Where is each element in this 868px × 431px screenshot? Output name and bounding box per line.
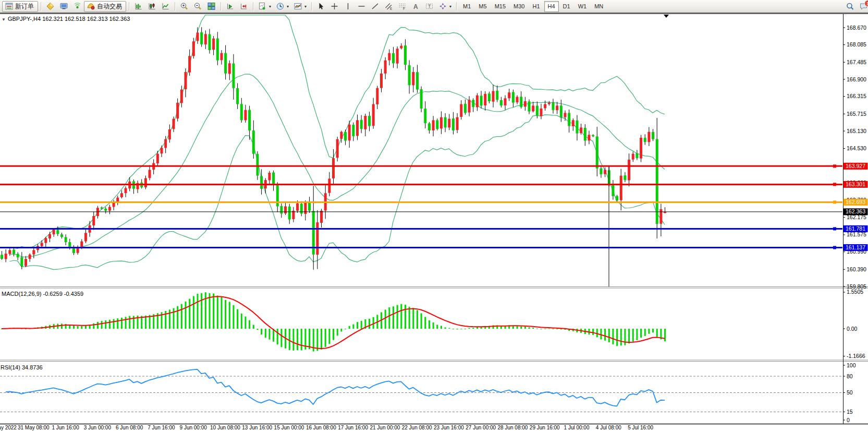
price-axis-tick: 164.530	[847, 145, 866, 151]
candle-body	[276, 185, 279, 206]
time-axis-label: 13 Jun 16:00	[242, 425, 272, 430]
candle-body	[308, 202, 311, 211]
candle-body	[484, 94, 486, 105]
candle-body	[41, 243, 43, 246]
new-order-icon	[5, 2, 14, 10]
candle-body	[560, 105, 563, 117]
rsi-axis-tick: 50	[847, 389, 853, 396]
svg-text:T: T	[428, 4, 431, 9]
arrows-button[interactable]: ▾	[436, 1, 454, 12]
candle-body	[504, 98, 507, 105]
hline-handle[interactable]	[833, 227, 836, 230]
candle-body	[192, 41, 195, 56]
candle-body	[1, 255, 3, 259]
cursor-button[interactable]	[314, 1, 327, 12]
candle-body	[236, 88, 239, 104]
horizontal-line-button[interactable]	[355, 1, 368, 12]
candle-body	[20, 257, 23, 266]
hline-handle[interactable]	[833, 200, 836, 203]
time-axis-label: 3 Jun 00:00	[84, 425, 112, 430]
new-order-button[interactable]: 新订单	[2, 1, 38, 12]
template-button[interactable]: ▾	[291, 1, 309, 12]
timeframe-button-h4[interactable]: H4	[544, 1, 559, 12]
toolbar-group-scroll	[224, 1, 250, 12]
new-order-label: 新订单	[15, 2, 34, 11]
line-chart-button[interactable]	[159, 1, 172, 12]
candle-body	[8, 250, 11, 254]
toolbar-group-zoom	[178, 1, 218, 12]
zoom-out-button[interactable]	[191, 1, 204, 12]
candle-body	[244, 110, 247, 121]
candle-body	[612, 184, 614, 196]
label-button[interactable]: T	[423, 1, 436, 12]
candle-body	[200, 32, 203, 44]
timeframe-button-w1[interactable]: W1	[574, 1, 591, 12]
search-button[interactable]	[843, 1, 857, 12]
toolbar-grip	[127, 2, 131, 11]
timeframe-button-m5[interactable]: M5	[475, 1, 490, 12]
candle-body	[472, 100, 474, 107]
candle-body	[268, 173, 271, 180]
candle-body	[396, 49, 399, 63]
rsi-axis-tick: 15	[847, 409, 853, 415]
hline-handle[interactable]	[833, 164, 836, 167]
candle-body	[647, 132, 650, 142]
fibonacci-button[interactable]: F	[396, 1, 409, 12]
timeframe-button-m1[interactable]: M1	[459, 1, 474, 12]
hline-handle[interactable]	[833, 183, 836, 186]
signal-icon	[73, 2, 82, 10]
chat-button[interactable]: 1	[857, 1, 868, 12]
candle-body	[53, 230, 55, 234]
toolbar-group-charttype	[132, 1, 172, 12]
price-axis-tick: 160.390	[847, 266, 866, 272]
candle-body	[180, 90, 183, 103]
price-badge: 161.781	[843, 225, 868, 232]
candle-body	[580, 127, 582, 133]
candle-body	[288, 207, 291, 220]
chart-canvas[interactable]: 168.670168.085167.485166.900166.315165.7…	[0, 14, 868, 431]
candle-body	[536, 106, 539, 116]
chart-shift-icon	[239, 2, 248, 10]
candle-body	[640, 138, 642, 159]
candle-body	[635, 153, 638, 158]
chart-shift-marker[interactable]	[664, 15, 669, 18]
crosshair-button[interactable]	[328, 1, 341, 12]
candle-body	[452, 118, 455, 130]
tile-windows-icon	[207, 2, 216, 10]
vertical-line-button[interactable]	[341, 1, 354, 12]
search-icon	[846, 2, 854, 10]
timeframe-button-mn[interactable]: MN	[591, 1, 607, 12]
timeframe-button-m30[interactable]: M30	[510, 1, 528, 12]
price-axis-tick: 165.715	[847, 111, 866, 117]
candle-body	[17, 254, 19, 257]
candle-body	[388, 53, 390, 61]
timeframe-button-m15[interactable]: M15	[491, 1, 509, 12]
timeframe-button-h1[interactable]: H1	[529, 1, 543, 12]
auto-scroll-button[interactable]	[224, 1, 237, 12]
text-button[interactable]: A	[409, 1, 422, 12]
bar-chart-button[interactable]	[132, 1, 145, 12]
tile-windows-button[interactable]	[205, 1, 218, 12]
candle-body	[496, 91, 498, 100]
timeframe-button-d1[interactable]: D1	[559, 1, 574, 12]
autotrade-button[interactable]: 自动交易	[84, 1, 126, 12]
candle-body	[232, 64, 235, 88]
market-watch-button[interactable]	[44, 1, 57, 12]
chart-shift-button[interactable]	[237, 1, 250, 12]
terminal-button[interactable]	[57, 1, 70, 12]
periods-button[interactable]: ▾	[274, 1, 291, 12]
trendline-button[interactable]	[369, 1, 382, 12]
time-axis-label: 6 Jun 08:00	[116, 425, 143, 430]
channel-button[interactable]: E	[382, 1, 395, 12]
candlestick-button[interactable]	[145, 1, 158, 12]
new-chart-button[interactable]: ▾	[256, 1, 273, 12]
candle-body	[260, 176, 263, 189]
signal-button[interactable]	[71, 1, 84, 12]
price-badge: 161.137	[843, 244, 868, 251]
candle-body	[520, 97, 522, 107]
candle-body	[252, 130, 255, 154]
candle-body	[340, 132, 343, 139]
hline-handle[interactable]	[833, 246, 836, 249]
template-icon	[294, 2, 302, 10]
zoom-in-button[interactable]	[178, 1, 191, 12]
